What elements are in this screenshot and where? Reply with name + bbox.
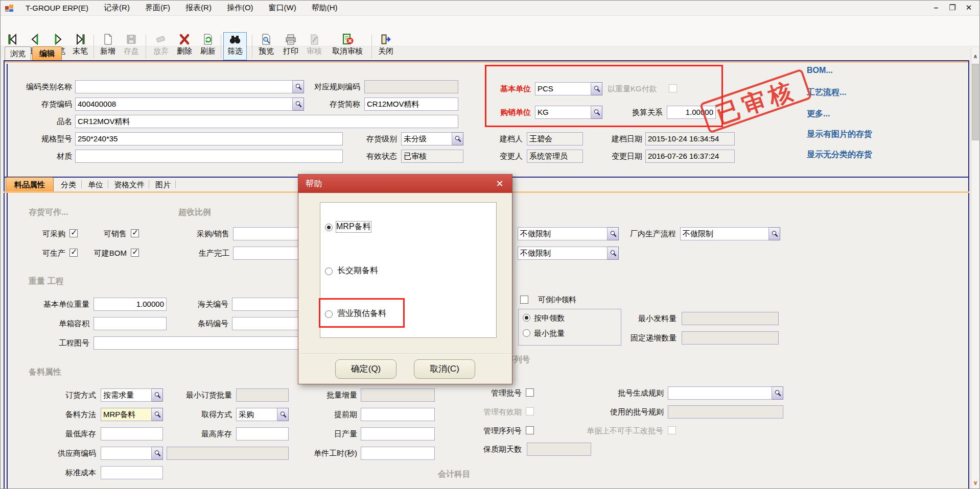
lookup-icon[interactable] <box>769 227 780 240</box>
restrict-b-value[interactable]: 不做限制 <box>518 247 608 260</box>
delete-button[interactable]: 删除 <box>173 33 196 61</box>
menu-window[interactable]: 窗口(W) <box>261 1 304 15</box>
long-lead-prep-label[interactable]: 长交期备料 <box>337 265 378 276</box>
tab-browse[interactable]: 浏览 <box>5 46 31 60</box>
daily-output-value[interactable] <box>361 427 435 441</box>
lookup-icon[interactable] <box>152 388 163 402</box>
box-volume-value[interactable] <box>94 317 167 330</box>
manage-serial-checkbox[interactable] <box>526 426 534 434</box>
cancel-audit-button[interactable]: 取消审核 <box>326 33 368 61</box>
product-name-field[interactable]: CR12MOV精料 <box>75 115 458 128</box>
can-produce-checkbox[interactable] <box>69 249 78 257</box>
lookup-icon[interactable] <box>452 132 463 145</box>
material-value[interactable] <box>75 150 343 163</box>
trade-unit-value[interactable]: KG <box>535 106 591 119</box>
subtab-qualification[interactable]: 资格文件 <box>110 178 149 192</box>
business-forecast-prep-radio[interactable] <box>325 310 333 318</box>
lookup-icon[interactable] <box>608 247 619 260</box>
base-weight-value[interactable]: 1.00000 <box>94 298 167 311</box>
manage-batch-checkbox[interactable] <box>526 388 534 397</box>
daily-output-field[interactable] <box>361 427 435 441</box>
order-mode-value[interactable]: 按需求量 <box>101 388 152 402</box>
prep-method-field[interactable]: MRP备料 <box>101 408 163 421</box>
coding-category-value[interactable] <box>75 80 293 93</box>
box-volume-field[interactable] <box>94 317 167 330</box>
item-code-field[interactable]: 400400008 <box>75 97 304 111</box>
restrict-a-field[interactable]: 不做限制 <box>518 227 619 240</box>
ok-button[interactable]: 确定(Q) <box>335 359 396 379</box>
can-bom-checkbox[interactable] <box>131 249 139 257</box>
long-lead-prep-radio[interactable] <box>325 267 333 275</box>
scroll-up-icon[interactable]: ∧ <box>971 52 979 61</box>
restrict-a-value[interactable]: 不做限制 <box>518 227 608 240</box>
subtab-item-attr[interactable]: 料品属性 <box>6 177 54 191</box>
menu-help[interactable]: 帮助(H) <box>304 1 345 15</box>
dialog-close-icon[interactable]: ✕ <box>492 175 508 193</box>
backflush-checkbox[interactable] <box>520 296 528 304</box>
lookup-icon[interactable] <box>293 80 304 93</box>
lookup-icon[interactable] <box>591 82 602 95</box>
mrp-prep-label[interactable]: MRP备料 <box>336 222 371 232</box>
base-unit-value[interactable]: PCS <box>535 82 591 95</box>
can-sell-checkbox[interactable] <box>131 229 139 237</box>
max-stock-field[interactable] <box>236 427 289 441</box>
trade-unit-field[interactable]: KG <box>535 106 602 119</box>
lookup-icon[interactable] <box>772 386 783 400</box>
item-abbr-field[interactable]: CR12MOV精料 <box>364 97 458 111</box>
can-purchase-checkbox[interactable] <box>69 229 78 237</box>
menu-app[interactable]: T-GROUP ERP(E) <box>18 2 96 14</box>
unit-work-time-field[interactable] <box>361 447 435 460</box>
lookup-icon[interactable] <box>152 447 163 460</box>
std-cost-field[interactable] <box>101 466 163 479</box>
level-value[interactable]: 未分级 <box>401 132 452 145</box>
lookup-icon[interactable] <box>608 227 619 240</box>
factory-flow-field[interactable]: 不做限制 <box>680 227 780 240</box>
scroll-down-icon[interactable]: ∨ <box>971 478 979 487</box>
print-button[interactable]: 打印 <box>279 33 302 61</box>
new-button[interactable]: 新增 <box>97 33 119 61</box>
supplier-code-field[interactable] <box>101 447 163 460</box>
link-more[interactable]: 更多... <box>807 109 830 119</box>
lead-time-value[interactable] <box>361 408 435 421</box>
refresh-button[interactable]: 刷新 <box>197 33 219 61</box>
minimize-button[interactable]: – <box>929 2 943 14</box>
prep-method-value[interactable]: MRP备料 <box>101 408 152 421</box>
min-stock-field[interactable] <box>101 427 163 441</box>
max-stock-value[interactable] <box>236 427 289 441</box>
menu-interface[interactable]: 界面(F) <box>137 1 178 15</box>
item-abbr-value[interactable]: CR12MOV精料 <box>364 97 458 111</box>
close-window-button[interactable]: ✕ <box>962 2 975 14</box>
base-unit-field[interactable]: PCS <box>535 82 602 95</box>
spec-value[interactable]: 250*240*35 <box>75 132 343 145</box>
min-batch-radio[interactable] <box>523 329 530 337</box>
business-forecast-prep-label[interactable]: 营业预估备料 <box>337 308 386 319</box>
link-bom[interactable]: BOM... <box>807 66 833 75</box>
by-request-radio[interactable] <box>523 314 530 322</box>
supplier-code-value[interactable] <box>101 447 152 460</box>
material-field[interactable] <box>75 150 343 163</box>
tab-edit[interactable]: 编辑 <box>32 46 62 60</box>
factory-flow-value[interactable]: 不做限制 <box>680 227 769 240</box>
product-name-value[interactable]: CR12MOV精料 <box>75 115 458 128</box>
std-cost-value[interactable] <box>101 466 163 479</box>
link-show-with-image[interactable]: 显示有图片的存货 <box>807 129 872 140</box>
level-field[interactable]: 未分级 <box>401 132 463 145</box>
restore-button[interactable]: ❐ <box>946 2 959 14</box>
subtab-picture[interactable]: 图片 <box>151 178 175 192</box>
lead-time-field[interactable] <box>361 408 435 421</box>
menu-report[interactable]: 报表(R) <box>178 1 219 15</box>
drawing-no-field[interactable] <box>94 336 312 350</box>
min-stock-value[interactable] <box>101 427 163 441</box>
preview-button[interactable]: 预览 <box>255 33 277 61</box>
filter-button[interactable]: 筛选 <box>223 32 247 60</box>
restrict-b-field[interactable]: 不做限制 <box>518 247 619 260</box>
acquire-mode-value[interactable]: 采购 <box>236 408 277 421</box>
lookup-icon[interactable] <box>152 408 163 421</box>
lookup-icon[interactable] <box>591 106 602 119</box>
unit-work-time-value[interactable] <box>361 447 435 460</box>
link-show-unclassified[interactable]: 显示无分类的存货 <box>807 150 872 160</box>
coding-category-field[interactable] <box>75 80 304 93</box>
lookup-icon[interactable] <box>293 97 304 111</box>
subtab-category[interactable]: 分类 <box>56 178 81 192</box>
last-record-button[interactable]: 末笔 <box>69 33 91 61</box>
